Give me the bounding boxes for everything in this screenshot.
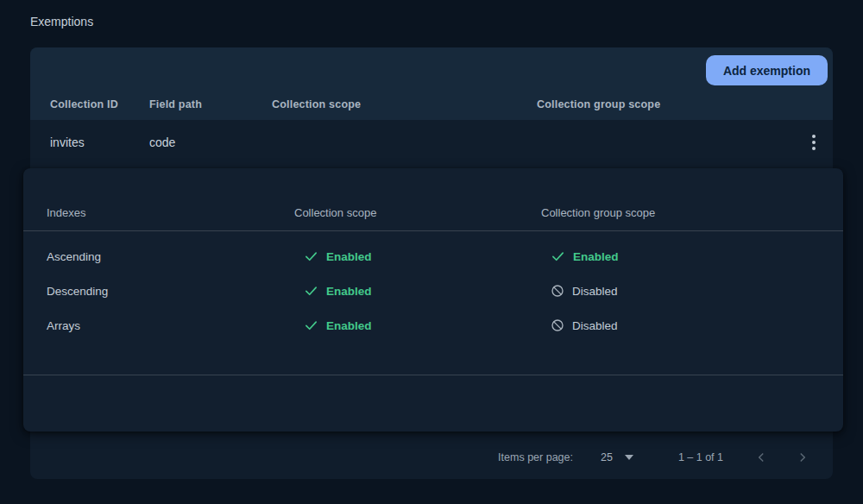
caret-down-icon[interactable] <box>625 455 633 460</box>
add-exemption-button[interactable]: Add exemption <box>706 55 828 85</box>
status-collection-scope: Enabled <box>304 318 372 333</box>
index-row-ascending: Ascending Enabled Enabled <box>23 239 843 274</box>
status-label: Enabled <box>326 250 372 263</box>
panel-divider <box>23 230 843 231</box>
panel-header-collection-group-scope: Collection group scope <box>541 206 655 219</box>
column-header-field-path: Field path <box>149 98 202 110</box>
status-label: Enabled <box>573 250 619 263</box>
block-icon <box>551 318 564 332</box>
index-row-descending: Descending Enabled Disabled <box>23 274 843 308</box>
check-icon <box>304 284 318 299</box>
check-icon <box>304 249 318 264</box>
chevron-right-icon[interactable] <box>792 447 813 468</box>
kebab-menu-icon[interactable] <box>803 132 824 153</box>
check-icon <box>304 318 318 333</box>
panel-divider <box>23 375 843 375</box>
indexes-panel: Indexes Collection scope Collection grou… <box>23 168 843 432</box>
collection-id-value: invites <box>50 135 85 149</box>
paginator: Items per page: 25 1 – 1 of 1 <box>30 436 833 479</box>
status-label: Disabled <box>572 285 618 298</box>
panel-header-collection-scope: Collection scope <box>294 206 376 219</box>
table-row[interactable]: invites code <box>30 120 833 165</box>
items-per-page-value[interactable]: 25 <box>601 451 613 463</box>
index-label: Ascending <box>47 250 101 263</box>
status-collection-scope: Enabled <box>304 249 372 264</box>
status-label: Disabled <box>572 319 618 332</box>
status-label: Enabled <box>326 285 372 298</box>
exemptions-card-header: Add exemption Collection ID Field path C… <box>30 47 833 120</box>
status-label: Enabled <box>326 319 372 332</box>
status-collection-group-scope: Disabled <box>551 284 618 298</box>
panel-header-indexes: Indexes <box>47 206 86 219</box>
index-label: Descending <box>47 285 108 298</box>
status-collection-scope: Enabled <box>304 284 372 299</box>
chevron-left-icon[interactable] <box>751 447 772 468</box>
status-collection-group-scope: Disabled <box>551 318 618 332</box>
column-header-collection-scope: Collection scope <box>272 98 361 110</box>
block-icon <box>551 284 564 298</box>
items-per-page-label: Items per page: <box>498 451 573 463</box>
index-label: Arrays <box>47 319 80 332</box>
column-header-collection-group-scope: Collection group scope <box>537 98 660 110</box>
page-range-label: 1 – 1 of 1 <box>678 451 723 463</box>
column-header-collection-id: Collection ID <box>50 98 118 110</box>
status-collection-group-scope: Enabled <box>551 249 619 264</box>
page-title: Exemptions <box>30 15 93 28</box>
index-row-arrays: Arrays Enabled Disabled <box>23 308 843 343</box>
field-path-value: code <box>149 135 175 149</box>
check-icon <box>551 249 565 264</box>
